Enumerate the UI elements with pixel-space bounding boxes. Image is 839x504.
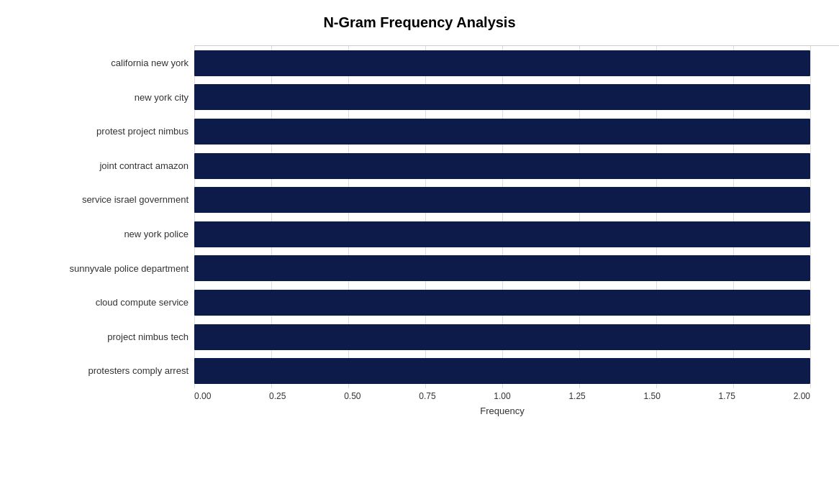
x-tick-8: 2.00 <box>794 391 810 401</box>
bar-row-4 <box>194 184 810 216</box>
y-label-1: new york city <box>29 92 189 104</box>
x-tick-0: 0.00 <box>194 391 211 401</box>
chart-area: california new yorknew york cityprotest … <box>29 45 810 420</box>
x-axis: 0.000.250.500.751.001.251.501.752.00 Fre… <box>194 391 810 420</box>
bar-row-3 <box>194 150 810 182</box>
bar-0 <box>194 50 810 76</box>
grid-line-8 <box>810 46 811 388</box>
y-label-3: joint contract amazon <box>29 160 189 172</box>
y-label-0: california new york <box>29 58 189 69</box>
bar-row-7 <box>194 287 810 319</box>
x-tick-1: 0.25 <box>269 391 286 401</box>
x-ticks: 0.000.250.500.751.001.251.501.752.00 <box>194 391 810 401</box>
bar-9 <box>194 358 810 384</box>
bar-row-5 <box>194 219 810 250</box>
x-tick-5: 1.25 <box>568 391 585 401</box>
y-label-2: protest project nimbus <box>29 126 189 137</box>
bar-4 <box>194 187 810 213</box>
bars-area <box>194 46 810 388</box>
bars-list <box>194 46 810 388</box>
bar-row-8 <box>194 321 810 353</box>
bar-row-0 <box>194 47 810 79</box>
bar-8 <box>194 324 810 350</box>
x-tick-4: 1.00 <box>494 391 510 401</box>
x-tick-3: 0.75 <box>419 391 435 401</box>
bar-row-9 <box>194 355 810 387</box>
bar-2 <box>194 119 810 145</box>
x-tick-2: 0.50 <box>344 391 360 401</box>
y-label-7: cloud compute service <box>29 297 189 308</box>
x-tick-7: 1.75 <box>719 391 735 401</box>
bar-7 <box>194 290 810 316</box>
y-label-8: project nimbus tech <box>29 331 189 343</box>
bar-6 <box>194 255 810 281</box>
chart-title: N-Gram Frequency Analysis <box>29 14 810 31</box>
y-label-6: sunnyvale police department <box>29 263 189 275</box>
y-label-5: new york police <box>29 229 189 240</box>
chart-container: N-Gram Frequency Analysis california new… <box>0 0 839 504</box>
x-axis-label: Frequency <box>194 406 810 416</box>
bar-3 <box>194 153 810 179</box>
bar-row-1 <box>194 81 810 113</box>
y-label-4: service israel government <box>29 194 189 206</box>
bar-row-6 <box>194 252 810 284</box>
chart-body: california new yorknew york cityprotest … <box>29 46 810 388</box>
bar-1 <box>194 84 810 110</box>
bar-row-2 <box>194 116 810 147</box>
bar-5 <box>194 221 810 247</box>
y-label-9: protesters comply arrest <box>29 365 189 377</box>
y-labels: california new yorknew york cityprotest … <box>29 46 194 388</box>
x-tick-6: 1.50 <box>643 391 660 401</box>
